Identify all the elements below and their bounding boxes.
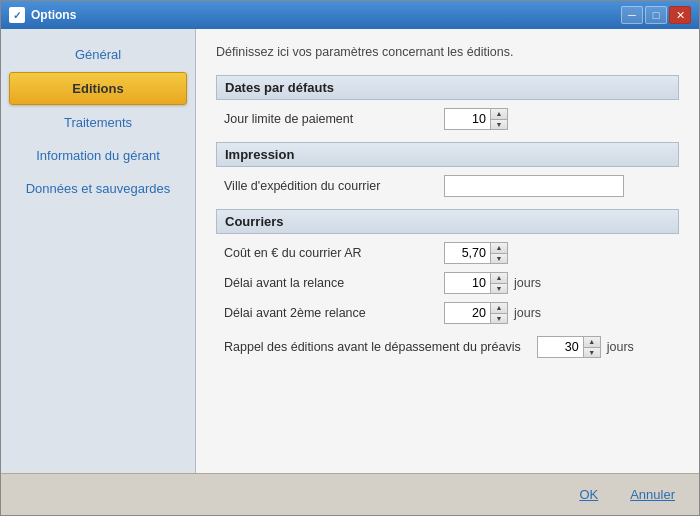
rappel-up[interactable]: ▲	[584, 337, 600, 347]
description: Définissez ici vos paramètres concernant…	[216, 45, 679, 59]
rappel-down[interactable]: ▼	[584, 347, 600, 357]
maximize-button[interactable]: □	[645, 6, 667, 24]
jour-limite-label: Jour limite de paiement	[224, 112, 444, 126]
impression-header: Impression	[216, 142, 679, 167]
minimize-button[interactable]: ─	[621, 6, 643, 24]
content-area: Général Editions Traitements Information…	[1, 29, 699, 473]
rappel-row: Rappel des éditions avant le dépassement…	[216, 336, 679, 358]
footer: OK Annuler	[1, 473, 699, 515]
courriers-header: Courriers	[216, 209, 679, 234]
cout-up[interactable]: ▲	[491, 243, 507, 253]
delai1-input[interactable]	[445, 273, 490, 293]
dates-header: Dates par défauts	[216, 75, 679, 100]
delai2-spinbox[interactable]: ▲ ▼	[444, 302, 508, 324]
ville-row: Ville d'expédition du courrier	[216, 175, 679, 197]
sidebar-item-info-gerant[interactable]: Information du gérant	[9, 140, 187, 171]
courriers-section: Courriers Coût en € du courrier AR ▲ ▼ D…	[216, 209, 679, 324]
rappel-label: Rappel des éditions avant le dépassement…	[224, 340, 521, 354]
main-panel: Définissez ici vos paramètres concernant…	[196, 29, 699, 473]
delai1-up[interactable]: ▲	[491, 273, 507, 283]
delai2-down[interactable]: ▼	[491, 313, 507, 323]
rappel-spin-buttons: ▲ ▼	[583, 337, 600, 357]
title-bar-buttons: ─ □ ✕	[621, 6, 691, 24]
delai2-row: Délai avant 2ème relance ▲ ▼ jours	[216, 302, 679, 324]
ok-button[interactable]: OK	[571, 483, 606, 506]
delai1-unit: jours	[514, 276, 541, 290]
sidebar-item-donnees[interactable]: Données et sauvegardes	[9, 173, 187, 204]
window-title: Options	[31, 8, 621, 22]
impression-section: Impression Ville d'expédition du courrie…	[216, 142, 679, 197]
delai1-spin-buttons: ▲ ▼	[490, 273, 507, 293]
cout-input[interactable]	[445, 243, 490, 263]
sidebar: Général Editions Traitements Information…	[1, 29, 196, 473]
delai2-label: Délai avant 2ème relance	[224, 306, 444, 320]
jour-limite-down[interactable]: ▼	[491, 119, 507, 129]
jour-limite-up[interactable]: ▲	[491, 109, 507, 119]
title-bar: ✓ Options ─ □ ✕	[1, 1, 699, 29]
rappel-unit: jours	[607, 340, 634, 354]
delai1-row: Délai avant la relance ▲ ▼ jours	[216, 272, 679, 294]
cout-row: Coût en € du courrier AR ▲ ▼	[216, 242, 679, 264]
delai2-up[interactable]: ▲	[491, 303, 507, 313]
sidebar-item-editions[interactable]: Editions	[9, 72, 187, 105]
delai1-down[interactable]: ▼	[491, 283, 507, 293]
cout-label: Coût en € du courrier AR	[224, 246, 444, 260]
delai1-label: Délai avant la relance	[224, 276, 444, 290]
delai2-input[interactable]	[445, 303, 490, 323]
cout-spin-buttons: ▲ ▼	[490, 243, 507, 263]
ville-label: Ville d'expédition du courrier	[224, 179, 444, 193]
ville-input[interactable]	[444, 175, 624, 197]
delai2-spin-buttons: ▲ ▼	[490, 303, 507, 323]
jour-limite-input[interactable]	[445, 109, 490, 129]
sidebar-item-general[interactable]: Général	[9, 39, 187, 70]
window-icon: ✓	[9, 7, 25, 23]
sidebar-item-traitements[interactable]: Traitements	[9, 107, 187, 138]
cout-spinbox[interactable]: ▲ ▼	[444, 242, 508, 264]
delai2-unit: jours	[514, 306, 541, 320]
jour-limite-spinbox[interactable]: ▲ ▼	[444, 108, 508, 130]
close-button[interactable]: ✕	[669, 6, 691, 24]
dates-section: Dates par défauts Jour limite de paiemen…	[216, 75, 679, 130]
rappel-spinbox[interactable]: ▲ ▼	[537, 336, 601, 358]
cancel-button[interactable]: Annuler	[622, 483, 683, 506]
rappel-input[interactable]	[538, 337, 583, 357]
jour-limite-row: Jour limite de paiement ▲ ▼	[216, 108, 679, 130]
jour-limite-spin-buttons: ▲ ▼	[490, 109, 507, 129]
delai1-spinbox[interactable]: ▲ ▼	[444, 272, 508, 294]
cout-down[interactable]: ▼	[491, 253, 507, 263]
options-window: ✓ Options ─ □ ✕ Général Editions Traitem…	[0, 0, 700, 516]
